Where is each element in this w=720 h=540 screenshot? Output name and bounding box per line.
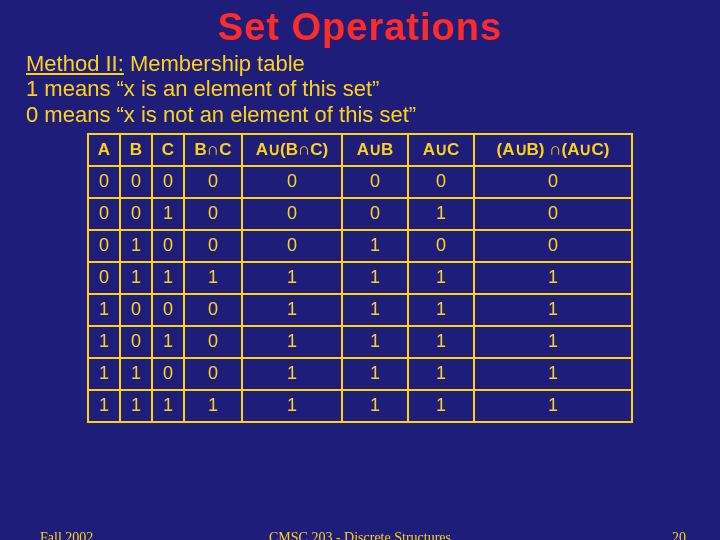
- table-cell: 0: [184, 358, 242, 390]
- table-row: 01111111: [88, 262, 632, 294]
- table-row: 00100010: [88, 198, 632, 230]
- table-cell: 1: [184, 390, 242, 422]
- table-cell: 1: [474, 358, 632, 390]
- table-cell: 0: [152, 166, 184, 198]
- table-cell: 1: [120, 358, 152, 390]
- table-cell: 0: [120, 166, 152, 198]
- table-cell: 0: [88, 230, 120, 262]
- table-cell: 0: [152, 358, 184, 390]
- table-header-row: A B C B∩C A∪(B∩C) A∪B A∪C (A∪B) ∩(A∪C): [88, 134, 632, 166]
- col-header: A∪C: [408, 134, 474, 166]
- table-cell: 0: [184, 166, 242, 198]
- table-cell: 1: [152, 198, 184, 230]
- table-cell: 0: [342, 198, 408, 230]
- subtitle-rest: Membership table: [124, 51, 305, 76]
- table-cell: 1: [120, 262, 152, 294]
- table-row: 11111111: [88, 390, 632, 422]
- table-cell: 1: [342, 358, 408, 390]
- table-cell: 1: [342, 262, 408, 294]
- table-row: 11001111: [88, 358, 632, 390]
- table-cell: 1: [88, 358, 120, 390]
- table-cell: 0: [184, 294, 242, 326]
- table-cell: 1: [152, 326, 184, 358]
- table-cell: 0: [152, 230, 184, 262]
- table-cell: 1: [474, 262, 632, 294]
- table-cell: 0: [152, 294, 184, 326]
- table-cell: 1: [88, 326, 120, 358]
- table-cell: 1: [408, 262, 474, 294]
- table-cell: 0: [88, 166, 120, 198]
- table-body: 0000000000100010010001000111111110001111…: [88, 166, 632, 422]
- table-cell: 1: [120, 230, 152, 262]
- footer-right: 20: [672, 530, 686, 540]
- table-cell: 1: [242, 390, 342, 422]
- table-cell: 0: [474, 230, 632, 262]
- table-cell: 0: [120, 326, 152, 358]
- table-cell: 1: [408, 390, 474, 422]
- table-row: 01000100: [88, 230, 632, 262]
- table-cell: 0: [474, 198, 632, 230]
- desc-line-2: 0 means “x is not an element of this set…: [26, 102, 416, 127]
- method-label: Method II:: [26, 51, 124, 76]
- membership-table: A B C B∩C A∪(B∩C) A∪B A∪C (A∪B) ∩(A∪C) 0…: [87, 133, 633, 423]
- table-cell: 0: [120, 294, 152, 326]
- table-cell: 0: [88, 198, 120, 230]
- table-cell: 0: [408, 230, 474, 262]
- table-cell: 1: [408, 294, 474, 326]
- table-cell: 1: [342, 326, 408, 358]
- table-cell: 0: [184, 326, 242, 358]
- table-cell: 1: [152, 390, 184, 422]
- table-cell: 0: [120, 198, 152, 230]
- table-cell: 1: [120, 390, 152, 422]
- table-cell: 1: [408, 358, 474, 390]
- table-cell: 1: [474, 294, 632, 326]
- table-cell: 1: [88, 390, 120, 422]
- table-cell: 0: [242, 166, 342, 198]
- table-cell: 1: [342, 230, 408, 262]
- col-header: A∪B: [342, 134, 408, 166]
- table-cell: 1: [408, 326, 474, 358]
- footer-center: CMSC 203 - Discrete Structures: [0, 530, 720, 540]
- table-cell: 1: [342, 390, 408, 422]
- table-row: 00000000: [88, 166, 632, 198]
- table-cell: 0: [88, 262, 120, 294]
- table-cell: 1: [184, 262, 242, 294]
- col-header: (A∪B) ∩(A∪C): [474, 134, 632, 166]
- table-cell: 1: [242, 326, 342, 358]
- table-cell: 1: [408, 198, 474, 230]
- table-cell: 1: [88, 294, 120, 326]
- table-row: 10001111: [88, 294, 632, 326]
- table-cell: 1: [342, 294, 408, 326]
- table-cell: 1: [474, 390, 632, 422]
- col-header: B∩C: [184, 134, 242, 166]
- page-title: Set Operations: [0, 0, 720, 49]
- slide: Set Operations Method II: Membership tab…: [0, 0, 720, 540]
- table-cell: 1: [242, 358, 342, 390]
- table-cell: 0: [184, 230, 242, 262]
- col-header: B: [120, 134, 152, 166]
- table-row: 10101111: [88, 326, 632, 358]
- table-cell: 1: [242, 262, 342, 294]
- table-cell: 1: [474, 326, 632, 358]
- table-cell: 0: [474, 166, 632, 198]
- table-cell: 0: [408, 166, 474, 198]
- table-cell: 1: [242, 294, 342, 326]
- table-cell: 1: [152, 262, 184, 294]
- col-header: A: [88, 134, 120, 166]
- table-cell: 0: [242, 198, 342, 230]
- table-cell: 0: [342, 166, 408, 198]
- col-header: A∪(B∩C): [242, 134, 342, 166]
- desc-line-1: 1 means “x is an element of this set”: [26, 76, 379, 101]
- col-header: C: [152, 134, 184, 166]
- content-text: Method II: Membership table 1 means “x i…: [0, 49, 720, 127]
- table-cell: 0: [242, 230, 342, 262]
- table-cell: 0: [184, 198, 242, 230]
